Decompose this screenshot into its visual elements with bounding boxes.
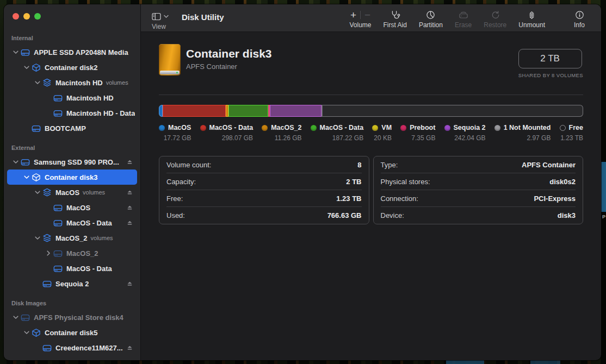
- chevron-down-icon[interactable]: [33, 236, 42, 240]
- details-value: disk0s2: [549, 178, 576, 186]
- chevron-down-icon[interactable]: [11, 316, 20, 319]
- container-icon: [31, 62, 41, 72]
- legend-item: Free1.23 TB: [560, 124, 583, 142]
- legend-item: MacOS - Data187.22 GB: [311, 124, 364, 142]
- legend-swatch: [560, 125, 566, 131]
- legend-item: MacOS - Data298.07 GB: [200, 124, 253, 142]
- desktop-icon-fragment: P: [602, 214, 605, 219]
- info-button[interactable]: Info: [566, 4, 592, 32]
- sidebar-item-label: APFS Physical Store disk4: [34, 313, 123, 322]
- chevron-down-icon[interactable]: [11, 160, 20, 164]
- legend-size: 20 KB: [374, 134, 392, 142]
- sidebar-item[interactable]: MacOS - Data: [7, 215, 137, 230]
- shared-volumes-label: SHARED BY 8 VOLUMES: [518, 72, 583, 78]
- legend-size: 11.26 GB: [275, 134, 302, 142]
- legend-name: MacOS - Data: [320, 124, 364, 131]
- restore-button: Restore: [478, 4, 512, 32]
- unmount-button[interactable]: Unmount: [512, 4, 551, 32]
- first-aid-button[interactable]: First Aid: [378, 4, 413, 32]
- usage-segment: [228, 105, 268, 117]
- sidebar-item[interactable]: MacOS_2: [7, 246, 137, 261]
- container-icon: [31, 328, 41, 337]
- disk-icon: [53, 93, 63, 103]
- sidebar-item[interactable]: Sequoia 2: [7, 276, 137, 291]
- disk-icon: [53, 203, 63, 212]
- legend-swatch: [400, 125, 406, 131]
- eject-icon[interactable]: [127, 190, 133, 196]
- sidebar-item-label: MacOS: [66, 204, 90, 212]
- add-volume-button[interactable]: +: [350, 10, 356, 20]
- sidebar-item[interactable]: Macintosh HD: [7, 90, 137, 105]
- view-button[interactable]: View: [152, 4, 169, 32]
- details-label: Physical stores:: [381, 178, 430, 186]
- legend-size: 1.23 TB: [560, 134, 583, 142]
- sidebar-item-label: Macintosh HD: [66, 94, 114, 102]
- sidebar-item-label: Creedence11M627...: [55, 344, 123, 352]
- sidebar-item[interactable]: Macintosh HD - Data: [7, 105, 137, 121]
- legend-swatch: [444, 125, 450, 131]
- remove-volume-button: −: [364, 10, 370, 20]
- minimize-button[interactable]: [23, 13, 30, 20]
- sidebar-item-label: Container disk5: [45, 329, 98, 337]
- erase-icon: [459, 11, 468, 19]
- chevron-down-icon[interactable]: [22, 66, 31, 70]
- sidebar-section-title: Disk Images: [4, 296, 140, 310]
- chevron-down-icon[interactable]: [22, 175, 31, 179]
- sidebar-item-label: MacOS_2: [55, 234, 88, 242]
- sidebar-item[interactable]: Creedence11M627...: [7, 340, 137, 355]
- sidebar-item-suffix: volumes: [83, 189, 105, 196]
- details-label: Capacity:: [166, 178, 196, 186]
- layers-icon: [42, 187, 52, 197]
- sidebar-item[interactable]: APFS Physical Store disk4: [7, 310, 137, 325]
- sidebar-item[interactable]: MacOSvolumes: [7, 185, 137, 200]
- sidebar-item[interactable]: Samsung SSD 990 PRO...: [7, 154, 137, 170]
- sidebar-item[interactable]: MacOS_2volumes: [7, 230, 137, 246]
- sidebar-item-label: Container disk2: [45, 64, 98, 72]
- chevron-down-icon[interactable]: [11, 51, 20, 54]
- eject-icon[interactable]: [127, 205, 133, 211]
- details-row: Volume count:8: [166, 156, 362, 173]
- sidebar-item[interactable]: MacOS - Data: [7, 261, 137, 276]
- eject-icon[interactable]: [127, 345, 133, 351]
- sidebar-section: ExternalSamsung SSD 990 PRO...Container …: [4, 140, 140, 291]
- window-controls: [4, 4, 140, 20]
- sidebar-item-label: APPLE SSD AP2048N Media: [34, 48, 128, 57]
- sidebar-section: InternalAPPLE SSD AP2048N MediaContainer…: [4, 30, 140, 136]
- disk-icon: [20, 157, 30, 167]
- chevron-down-icon[interactable]: [33, 81, 42, 85]
- volume-icon: +−: [350, 10, 370, 20]
- sidebar-item[interactable]: Macintosh HDvolumes: [7, 75, 137, 90]
- zoom-button[interactable]: [34, 13, 41, 20]
- details-label: Free:: [166, 194, 183, 203]
- chevron-down-icon[interactable]: [33, 191, 42, 194]
- sidebar-item[interactable]: Container disk2: [7, 60, 137, 75]
- chevron-right-icon[interactable]: [44, 250, 53, 256]
- eject-icon[interactable]: [127, 281, 133, 287]
- sidebar-item-label: MacOS_2: [66, 249, 98, 258]
- layers-icon: [42, 233, 52, 243]
- disk-icon: [53, 218, 63, 228]
- eject-icon[interactable]: [127, 159, 133, 165]
- details-value: 1.23 TB: [336, 194, 361, 203]
- legend-name: MacOS_2: [271, 124, 301, 131]
- details-row: Used:766.63 GB: [166, 207, 362, 224]
- sidebar-item[interactable]: BOOTCAMP: [7, 121, 137, 136]
- desktop-icon-fragment: [530, 360, 560, 364]
- sidebar-item[interactable]: APPLE SSD AP2048N Media: [7, 45, 137, 60]
- details-value: disk3: [558, 211, 576, 219]
- disk-utility-window: InternalAPPLE SSD AP2048N MediaContainer…: [4, 4, 601, 360]
- close-button[interactable]: [13, 13, 19, 20]
- sidebar-item-label: Sequoia 2: [55, 280, 89, 288]
- partition-button[interactable]: Partition: [413, 4, 449, 32]
- sidebar-item-label: MacOS - Data: [66, 219, 112, 227]
- details-table-left: Volume count:8Capacity:2 TBFree:1.23 TBU…: [159, 156, 369, 224]
- volume-button[interactable]: +−Volume: [344, 4, 378, 32]
- chevron-down-icon[interactable]: [22, 331, 31, 335]
- eject-icon[interactable]: [127, 220, 133, 226]
- sidebar-item[interactable]: MacOS: [7, 200, 137, 215]
- sidebar-item[interactable]: Container disk3: [7, 170, 137, 185]
- legend-name: MacOS - Data: [209, 124, 253, 131]
- layers-icon: [42, 78, 52, 87]
- sidebar-item[interactable]: Container disk5: [7, 325, 137, 340]
- toolbar-button-label: Erase: [455, 21, 472, 29]
